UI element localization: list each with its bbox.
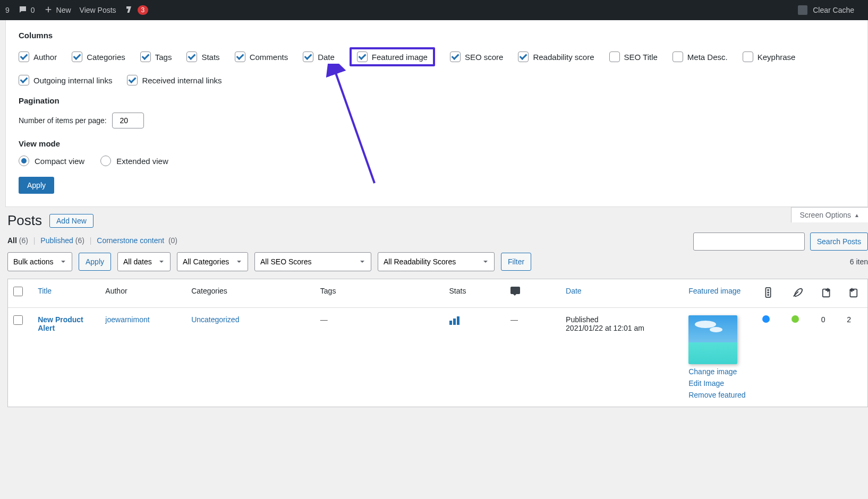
svg-point-4 (768, 294, 769, 296)
compact-view-radio[interactable]: Compact view (19, 156, 84, 166)
column-toggle-categories[interactable]: Categories (72, 47, 125, 66)
col-received-links-icon (841, 279, 867, 308)
incoming-links-icon (847, 287, 858, 298)
author-link[interactable]: joewarnimont (105, 315, 149, 324)
screen-options-panel: Columns AuthorCategoriesTagsStatsComment… (5, 20, 868, 207)
date-cell: Published2021/01/22 at 12:01 am (560, 308, 683, 407)
pagination-heading: Pagination (19, 96, 855, 105)
seo-score-dot (762, 315, 770, 323)
select-all-checkbox[interactable] (13, 287, 23, 296)
featured-thumbnail[interactable] (688, 315, 737, 364)
comment-bubble-icon (510, 287, 520, 294)
comments-menu[interactable]: 0 (18, 5, 35, 16)
new-content[interactable]: New (44, 5, 71, 16)
search-input[interactable] (693, 233, 805, 251)
dates-select[interactable]: All dates (117, 252, 171, 271)
col-categories: Categories (186, 279, 315, 308)
column-toggle-received-internal-links[interactable]: Received internal links (127, 75, 222, 85)
col-tags: Tags (315, 279, 444, 308)
add-new-button[interactable]: Add New (49, 214, 93, 228)
columns-checkboxes: AuthorCategoriesTagsStatsCommentsDateFea… (19, 47, 855, 85)
row-checkbox[interactable] (13, 315, 23, 325)
change-image-link[interactable]: Change image (688, 367, 752, 376)
filter-all[interactable]: All (7, 236, 17, 245)
view-posts-link[interactable]: View Posts (80, 6, 116, 14)
screen-options-toggle[interactable]: Screen Options ▲ (791, 207, 868, 222)
column-toggle-readability-score[interactable]: Readability score (518, 47, 594, 66)
outgoing-links-count: 0 (816, 308, 842, 407)
outgoing-links-icon (821, 287, 833, 298)
feather-icon (792, 287, 803, 298)
post-title-link[interactable]: New Product Alert (38, 315, 95, 332)
posts-wrap: Screen Options ▲ Posts Add New All (6) |… (0, 207, 868, 407)
comments-cell: — (510, 315, 518, 324)
readability-scores-select[interactable]: All Readability Scores (378, 252, 495, 271)
extended-view-radio[interactable]: Extended view (100, 156, 168, 166)
category-link[interactable]: Uncategorized (191, 315, 239, 324)
column-toggle-keyphrase[interactable]: Keyphrase (743, 47, 796, 66)
column-toggle-seo-score[interactable]: SEO score (450, 47, 504, 66)
column-toggle-stats[interactable]: Stats (186, 47, 219, 66)
columns-heading: Columns (19, 31, 855, 40)
yoast-menu[interactable]: 3 (125, 5, 149, 16)
plus-icon (44, 5, 53, 16)
svg-point-2 (768, 289, 769, 291)
column-toggle-author[interactable]: Author (19, 47, 57, 66)
col-title[interactable]: Title (38, 287, 52, 295)
comment-icon (18, 5, 28, 16)
col-comments-icon (505, 279, 560, 308)
column-toggle-meta-desc-[interactable]: Meta Desc. (673, 47, 728, 66)
updates-count[interactable]: 9 (5, 6, 10, 14)
svg-point-3 (768, 292, 769, 294)
received-links-count: 2 (841, 308, 867, 407)
bulk-apply-button[interactable]: Apply (79, 253, 111, 271)
col-featured-image[interactable]: Featured image (688, 287, 741, 295)
col-stats: Stats (444, 279, 506, 308)
column-toggle-featured-image[interactable]: Featured image (350, 47, 435, 66)
table-row: New Product Alert joewarnimont Uncategor… (8, 308, 867, 407)
apply-screen-options-button[interactable]: Apply (19, 177, 54, 194)
items-per-page-label: Number of items per page: (19, 116, 107, 125)
column-toggle-outgoing-internal-links[interactable]: Outgoing internal links (19, 75, 112, 85)
admin-bar: 9 0 New View Posts 3 Clear Cache (0, 0, 868, 20)
remove-featured-link[interactable]: Remove featured (688, 391, 752, 399)
yoast-icon (125, 5, 134, 16)
column-toggle-tags[interactable]: Tags (140, 47, 172, 66)
stats-icon[interactable] (449, 315, 459, 325)
col-readability-icon (786, 279, 815, 308)
filter-published[interactable]: Published (40, 236, 73, 245)
categories-select[interactable]: All Categories (177, 252, 248, 271)
clear-cache-link[interactable]: Clear Cache (813, 6, 854, 14)
column-toggle-seo-title[interactable]: SEO Title (609, 47, 658, 66)
column-toggle-comments[interactable]: Comments (235, 47, 288, 66)
column-toggle-date[interactable]: Date (303, 47, 335, 66)
caret-up-icon: ▲ (854, 212, 860, 218)
col-date[interactable]: Date (566, 287, 582, 295)
item-count: 6 iten (850, 257, 868, 266)
yoast-badge: 3 (138, 5, 149, 15)
tags-cell: — (320, 315, 328, 324)
col-seo-score-icon (757, 279, 786, 308)
cache-icon (798, 5, 807, 15)
posts-table: Title Author Categories Tags Stats Date … (7, 279, 868, 407)
view-mode-heading: View mode (19, 139, 855, 148)
readability-score-dot (792, 315, 799, 323)
bulk-actions-select[interactable]: Bulk actions (7, 252, 72, 271)
search-posts-button[interactable]: Search Posts (810, 233, 868, 251)
seo-scores-select[interactable]: All SEO Scores (254, 252, 371, 271)
traffic-light-icon (762, 287, 774, 298)
filter-button[interactable]: Filter (501, 253, 531, 271)
page-title: Posts (7, 212, 42, 229)
col-author: Author (100, 279, 186, 308)
edit-image-link[interactable]: Edit Image (688, 379, 752, 388)
col-outgoing-links-icon (816, 279, 842, 308)
filter-cornerstone[interactable]: Cornerstone content (97, 236, 164, 245)
items-per-page-input[interactable] (112, 113, 144, 128)
